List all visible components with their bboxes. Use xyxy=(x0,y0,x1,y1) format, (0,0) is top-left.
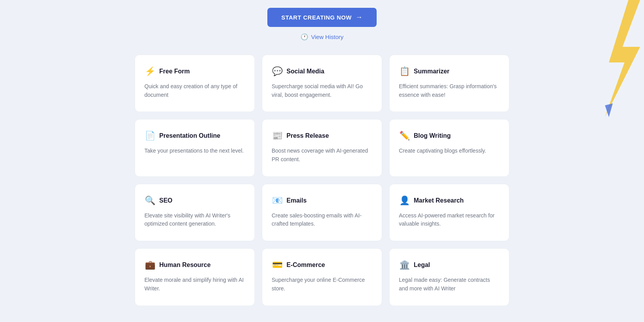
card-desc-human-resource: Elevate morale and simplify hiring with … xyxy=(144,276,245,293)
card-desc-seo: Elevate site visibility with AI Writer's… xyxy=(144,212,245,228)
start-creating-label: START CREATING NOW xyxy=(281,14,352,21)
card-human-resource[interactable]: 💼 Human Resource Elevate morale and simp… xyxy=(135,248,255,306)
card-header-summarizer: 📋 Summarizer xyxy=(399,66,500,77)
card-desc-free-form: Quick and easy creation of any type of d… xyxy=(144,82,245,99)
start-creating-button[interactable]: START CREATING NOW → xyxy=(267,8,377,27)
cards-grid: ⚡ Free Form Quick and easy creation of a… xyxy=(135,55,509,306)
card-title-emails: Emails xyxy=(286,197,307,204)
clock-icon: 🕐 xyxy=(301,33,308,41)
card-summarizer[interactable]: 📋 Summarizer Efficient summaries: Grasp … xyxy=(389,55,509,112)
card-title-social-media: Social Media xyxy=(286,68,324,75)
card-desc-e-commerce: Supercharge your online E-Commerce store… xyxy=(272,276,372,293)
card-free-form[interactable]: ⚡ Free Form Quick and easy creation of a… xyxy=(135,55,255,112)
card-presentation-outline[interactable]: 📄 Presentation Outline Take your present… xyxy=(135,119,255,176)
view-history-label: View History xyxy=(311,34,343,40)
card-desc-legal: Legal made easy: Generate contracts and … xyxy=(399,276,500,293)
card-desc-blog-writing: Create captivating blogs effortlessly. xyxy=(399,147,500,155)
card-legal[interactable]: 🏛️ Legal Legal made easy: Generate contr… xyxy=(389,248,509,306)
top-actions: START CREATING NOW → 🕐 View History xyxy=(135,8,509,41)
legal-icon: 🏛️ xyxy=(399,260,410,270)
summarizer-icon: 📋 xyxy=(399,66,410,77)
card-desc-market-research: Access AI-powered market research for va… xyxy=(399,212,500,228)
blog-writing-icon: ✏️ xyxy=(399,130,410,141)
svg-marker-1 xyxy=(605,103,613,117)
card-emails[interactable]: 📧 Emails Create sales-boosting emails wi… xyxy=(262,184,382,241)
card-header-seo: 🔍 SEO xyxy=(144,195,245,206)
e-commerce-icon: 💳 xyxy=(272,260,283,270)
card-header-free-form: ⚡ Free Form xyxy=(144,66,245,77)
social-media-icon: 💬 xyxy=(272,66,283,77)
card-title-human-resource: Human Resource xyxy=(159,262,211,269)
arrow-right-icon: → xyxy=(356,13,363,21)
card-header-presentation-outline: 📄 Presentation Outline xyxy=(144,130,245,141)
card-title-seo: SEO xyxy=(159,197,173,204)
seo-icon: 🔍 xyxy=(144,195,155,206)
view-history-button[interactable]: 🕐 View History xyxy=(301,33,343,41)
card-title-summarizer: Summarizer xyxy=(414,68,450,75)
card-title-market-research: Market Research xyxy=(414,197,464,204)
card-title-free-form: Free Form xyxy=(159,68,190,75)
svg-marker-0 xyxy=(605,0,640,117)
card-header-legal: 🏛️ Legal xyxy=(399,260,500,270)
card-header-e-commerce: 💳 E-Commerce xyxy=(272,260,372,270)
card-header-emails: 📧 Emails xyxy=(272,195,372,206)
card-blog-writing[interactable]: ✏️ Blog Writing Create captivating blogs… xyxy=(389,119,509,176)
card-desc-press-release: Boost news coverage with AI-generated PR… xyxy=(272,147,372,164)
card-title-presentation-outline: Presentation Outline xyxy=(159,132,220,139)
card-e-commerce[interactable]: 💳 E-Commerce Supercharge your online E-C… xyxy=(262,248,382,306)
press-release-icon: 📰 xyxy=(272,130,283,141)
card-market-research[interactable]: 👤 Market Research Access AI-powered mark… xyxy=(389,184,509,241)
card-header-press-release: 📰 Press Release xyxy=(272,130,372,141)
emails-icon: 📧 xyxy=(272,195,283,206)
card-press-release[interactable]: 📰 Press Release Boost news coverage with… xyxy=(262,119,382,176)
card-desc-emails: Create sales-boosting emails with AI-cra… xyxy=(272,212,372,228)
market-research-icon: 👤 xyxy=(399,195,410,206)
card-header-human-resource: 💼 Human Resource xyxy=(144,260,245,270)
page-wrapper: START CREATING NOW → 🕐 View History ⚡ Fr… xyxy=(127,0,517,322)
card-header-social-media: 💬 Social Media xyxy=(272,66,372,77)
card-header-market-research: 👤 Market Research xyxy=(399,195,500,206)
card-title-legal: Legal xyxy=(414,262,430,269)
human-resource-icon: 💼 xyxy=(144,260,155,270)
card-seo[interactable]: 🔍 SEO Elevate site visibility with AI Wr… xyxy=(135,184,255,241)
free-form-icon: ⚡ xyxy=(144,66,155,77)
card-social-media[interactable]: 💬 Social Media Supercharge social media … xyxy=(262,55,382,112)
card-desc-summarizer: Efficient summaries: Grasp information's… xyxy=(399,82,500,99)
presentation-outline-icon: 📄 xyxy=(144,130,155,141)
card-title-press-release: Press Release xyxy=(286,132,329,139)
card-desc-presentation-outline: Take your presentations to the next leve… xyxy=(144,147,245,155)
card-desc-social-media: Supercharge social media with AI! Go vir… xyxy=(272,82,372,99)
card-header-blog-writing: ✏️ Blog Writing xyxy=(399,130,500,141)
lightning-decoration xyxy=(597,0,644,117)
card-title-e-commerce: E-Commerce xyxy=(286,262,325,269)
card-title-blog-writing: Blog Writing xyxy=(414,132,451,139)
